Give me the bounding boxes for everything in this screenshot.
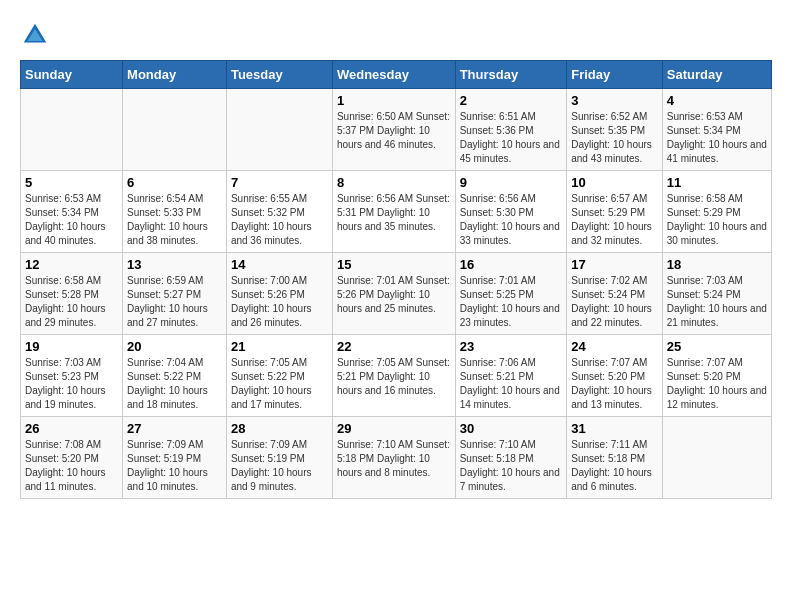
day-info: Sunrise: 6:58 AM Sunset: 5:29 PM Dayligh… — [667, 192, 767, 248]
day-info: Sunrise: 7:02 AM Sunset: 5:24 PM Dayligh… — [571, 274, 658, 330]
day-info: Sunrise: 7:05 AM Sunset: 5:22 PM Dayligh… — [231, 356, 328, 412]
day-info: Sunrise: 6:53 AM Sunset: 5:34 PM Dayligh… — [667, 110, 767, 166]
day-info: Sunrise: 7:03 AM Sunset: 5:24 PM Dayligh… — [667, 274, 767, 330]
day-info: Sunrise: 7:09 AM Sunset: 5:19 PM Dayligh… — [127, 438, 222, 494]
day-number: 29 — [337, 421, 451, 436]
calendar-cell: 10Sunrise: 6:57 AM Sunset: 5:29 PM Dayli… — [567, 171, 663, 253]
calendar-cell: 21Sunrise: 7:05 AM Sunset: 5:22 PM Dayli… — [226, 335, 332, 417]
logo-icon — [20, 20, 50, 50]
calendar-cell: 3Sunrise: 6:52 AM Sunset: 5:35 PM Daylig… — [567, 89, 663, 171]
logo — [20, 20, 54, 50]
calendar-cell: 28Sunrise: 7:09 AM Sunset: 5:19 PM Dayli… — [226, 417, 332, 499]
day-number: 25 — [667, 339, 767, 354]
day-info: Sunrise: 6:57 AM Sunset: 5:29 PM Dayligh… — [571, 192, 658, 248]
calendar-cell: 25Sunrise: 7:07 AM Sunset: 5:20 PM Dayli… — [662, 335, 771, 417]
day-number: 18 — [667, 257, 767, 272]
day-info: Sunrise: 7:09 AM Sunset: 5:19 PM Dayligh… — [231, 438, 328, 494]
day-number: 4 — [667, 93, 767, 108]
day-info: Sunrise: 6:52 AM Sunset: 5:35 PM Dayligh… — [571, 110, 658, 166]
calendar-cell: 16Sunrise: 7:01 AM Sunset: 5:25 PM Dayli… — [455, 253, 567, 335]
calendar-cell: 15Sunrise: 7:01 AM Sunset: 5:26 PM Dayli… — [332, 253, 455, 335]
day-info: Sunrise: 7:10 AM Sunset: 5:18 PM Dayligh… — [337, 438, 451, 480]
calendar-cell: 20Sunrise: 7:04 AM Sunset: 5:22 PM Dayli… — [123, 335, 227, 417]
day-number: 8 — [337, 175, 451, 190]
day-number: 1 — [337, 93, 451, 108]
day-number: 7 — [231, 175, 328, 190]
week-row-4: 19Sunrise: 7:03 AM Sunset: 5:23 PM Dayli… — [21, 335, 772, 417]
calendar-cell: 12Sunrise: 6:58 AM Sunset: 5:28 PM Dayli… — [21, 253, 123, 335]
day-info: Sunrise: 6:51 AM Sunset: 5:36 PM Dayligh… — [460, 110, 563, 166]
day-info: Sunrise: 7:01 AM Sunset: 5:26 PM Dayligh… — [337, 274, 451, 316]
day-info: Sunrise: 7:11 AM Sunset: 5:18 PM Dayligh… — [571, 438, 658, 494]
day-number: 24 — [571, 339, 658, 354]
week-row-2: 5Sunrise: 6:53 AM Sunset: 5:34 PM Daylig… — [21, 171, 772, 253]
calendar-cell: 27Sunrise: 7:09 AM Sunset: 5:19 PM Dayli… — [123, 417, 227, 499]
day-info: Sunrise: 7:03 AM Sunset: 5:23 PM Dayligh… — [25, 356, 118, 412]
day-info: Sunrise: 7:07 AM Sunset: 5:20 PM Dayligh… — [667, 356, 767, 412]
calendar-cell: 26Sunrise: 7:08 AM Sunset: 5:20 PM Dayli… — [21, 417, 123, 499]
day-info: Sunrise: 6:54 AM Sunset: 5:33 PM Dayligh… — [127, 192, 222, 248]
calendar-cell: 6Sunrise: 6:54 AM Sunset: 5:33 PM Daylig… — [123, 171, 227, 253]
calendar-table: SundayMondayTuesdayWednesdayThursdayFrid… — [20, 60, 772, 499]
day-number: 22 — [337, 339, 451, 354]
calendar-cell: 29Sunrise: 7:10 AM Sunset: 5:18 PM Dayli… — [332, 417, 455, 499]
calendar-cell: 14Sunrise: 7:00 AM Sunset: 5:26 PM Dayli… — [226, 253, 332, 335]
day-number: 31 — [571, 421, 658, 436]
day-number: 16 — [460, 257, 563, 272]
day-info: Sunrise: 7:04 AM Sunset: 5:22 PM Dayligh… — [127, 356, 222, 412]
calendar-cell — [662, 417, 771, 499]
calendar-cell: 19Sunrise: 7:03 AM Sunset: 5:23 PM Dayli… — [21, 335, 123, 417]
calendar-cell — [226, 89, 332, 171]
day-info: Sunrise: 7:05 AM Sunset: 5:21 PM Dayligh… — [337, 356, 451, 398]
day-info: Sunrise: 6:58 AM Sunset: 5:28 PM Dayligh… — [25, 274, 118, 330]
day-info: Sunrise: 6:55 AM Sunset: 5:32 PM Dayligh… — [231, 192, 328, 248]
day-header-saturday: Saturday — [662, 61, 771, 89]
calendar-cell: 5Sunrise: 6:53 AM Sunset: 5:34 PM Daylig… — [21, 171, 123, 253]
calendar-cell: 1Sunrise: 6:50 AM Sunset: 5:37 PM Daylig… — [332, 89, 455, 171]
day-number: 3 — [571, 93, 658, 108]
calendar-cell: 22Sunrise: 7:05 AM Sunset: 5:21 PM Dayli… — [332, 335, 455, 417]
calendar-cell — [123, 89, 227, 171]
day-number: 30 — [460, 421, 563, 436]
day-number: 10 — [571, 175, 658, 190]
calendar-cell: 31Sunrise: 7:11 AM Sunset: 5:18 PM Dayli… — [567, 417, 663, 499]
day-info: Sunrise: 7:06 AM Sunset: 5:21 PM Dayligh… — [460, 356, 563, 412]
day-number: 11 — [667, 175, 767, 190]
calendar-cell: 23Sunrise: 7:06 AM Sunset: 5:21 PM Dayli… — [455, 335, 567, 417]
days-header-row: SundayMondayTuesdayWednesdayThursdayFrid… — [21, 61, 772, 89]
day-number: 5 — [25, 175, 118, 190]
day-info: Sunrise: 6:56 AM Sunset: 5:31 PM Dayligh… — [337, 192, 451, 234]
day-header-wednesday: Wednesday — [332, 61, 455, 89]
calendar-cell: 30Sunrise: 7:10 AM Sunset: 5:18 PM Dayli… — [455, 417, 567, 499]
day-number: 27 — [127, 421, 222, 436]
calendar-cell: 9Sunrise: 6:56 AM Sunset: 5:30 PM Daylig… — [455, 171, 567, 253]
day-header-monday: Monday — [123, 61, 227, 89]
day-info: Sunrise: 6:50 AM Sunset: 5:37 PM Dayligh… — [337, 110, 451, 152]
calendar-cell: 17Sunrise: 7:02 AM Sunset: 5:24 PM Dayli… — [567, 253, 663, 335]
day-info: Sunrise: 7:01 AM Sunset: 5:25 PM Dayligh… — [460, 274, 563, 330]
day-number: 14 — [231, 257, 328, 272]
day-info: Sunrise: 6:59 AM Sunset: 5:27 PM Dayligh… — [127, 274, 222, 330]
week-row-5: 26Sunrise: 7:08 AM Sunset: 5:20 PM Dayli… — [21, 417, 772, 499]
day-header-thursday: Thursday — [455, 61, 567, 89]
day-number: 26 — [25, 421, 118, 436]
day-number: 21 — [231, 339, 328, 354]
day-number: 9 — [460, 175, 563, 190]
calendar-cell: 11Sunrise: 6:58 AM Sunset: 5:29 PM Dayli… — [662, 171, 771, 253]
day-number: 17 — [571, 257, 658, 272]
day-info: Sunrise: 7:08 AM Sunset: 5:20 PM Dayligh… — [25, 438, 118, 494]
page-header — [20, 20, 772, 50]
week-row-3: 12Sunrise: 6:58 AM Sunset: 5:28 PM Dayli… — [21, 253, 772, 335]
calendar-cell: 7Sunrise: 6:55 AM Sunset: 5:32 PM Daylig… — [226, 171, 332, 253]
week-row-1: 1Sunrise: 6:50 AM Sunset: 5:37 PM Daylig… — [21, 89, 772, 171]
day-number: 28 — [231, 421, 328, 436]
calendar-cell: 4Sunrise: 6:53 AM Sunset: 5:34 PM Daylig… — [662, 89, 771, 171]
calendar-cell: 2Sunrise: 6:51 AM Sunset: 5:36 PM Daylig… — [455, 89, 567, 171]
day-number: 12 — [25, 257, 118, 272]
day-info: Sunrise: 6:56 AM Sunset: 5:30 PM Dayligh… — [460, 192, 563, 248]
calendar-cell: 8Sunrise: 6:56 AM Sunset: 5:31 PM Daylig… — [332, 171, 455, 253]
day-info: Sunrise: 7:10 AM Sunset: 5:18 PM Dayligh… — [460, 438, 563, 494]
day-header-friday: Friday — [567, 61, 663, 89]
day-number: 19 — [25, 339, 118, 354]
day-number: 6 — [127, 175, 222, 190]
